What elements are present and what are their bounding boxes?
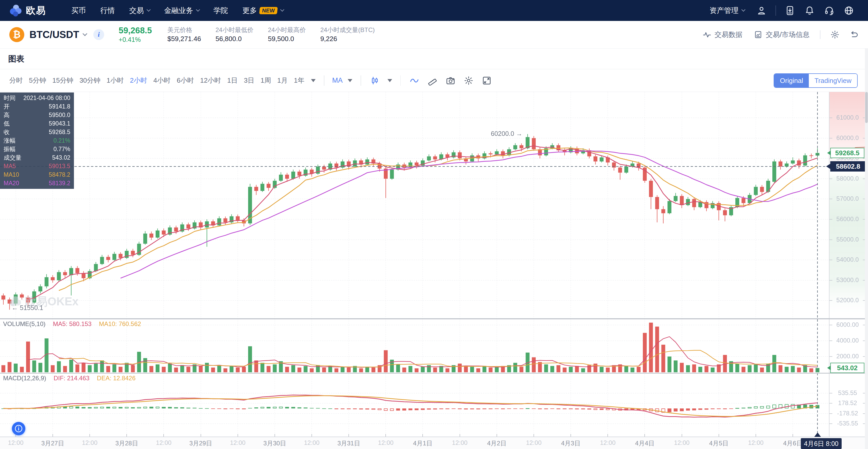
nav-item-更多[interactable]: 更多NEW — [243, 6, 283, 15]
macd-axis-label: 178.52 — [831, 399, 864, 407]
ruler-measure-icon[interactable] — [428, 76, 437, 86]
ohlc-row-高: 高59500.0 — [0, 111, 74, 119]
more-timeframes-caret-icon[interactable] — [311, 79, 316, 82]
ticker-bar: ₿ BTC/USDT i 59,268.5 +0.41% 美元价格$59,271… — [0, 21, 868, 49]
toggle-original[interactable]: Original — [774, 74, 809, 87]
timeframe-30分钟[interactable]: 30分钟 — [80, 76, 100, 85]
nav-item-学院[interactable]: 学院 — [214, 6, 228, 15]
support-headset-icon[interactable] — [824, 5, 834, 16]
price-axis-label: 54000.0 — [831, 256, 864, 263]
price-axis-label: 52000.0 — [831, 296, 864, 304]
time-axis-label: 3月28日 — [108, 439, 145, 447]
time-axis-label: 12:00 — [368, 439, 404, 446]
macd-dea-value: DEA: 12.8426 — [97, 375, 135, 382]
timeframe-12小时[interactable]: 12小时 — [200, 76, 221, 85]
ohlc-row-时间: 时间2021-04-06 08:00 — [0, 94, 74, 102]
ohlc-row-value: 59043.1 — [49, 119, 70, 128]
nav-item-label: 买币 — [71, 6, 86, 15]
timeframe-1月[interactable]: 1月 — [277, 76, 288, 85]
bell-icon[interactable] — [804, 5, 815, 16]
macd-axis-label: -535.55 — [831, 420, 864, 427]
fullscreen-expand-icon[interactable] — [482, 76, 492, 86]
ohlc-row-label: 收 — [4, 128, 9, 136]
pair-chevron-down-icon[interactable] — [83, 31, 87, 36]
reset-layout-icon[interactable] — [849, 30, 859, 39]
nav-item-label: 行情 — [100, 6, 115, 15]
ohlc-row-label: MA5 — [4, 162, 16, 170]
stat-value: 56,800.0 — [216, 34, 254, 43]
timeframe-4小时[interactable]: 4小时 — [153, 76, 170, 85]
volume-ma5-value: MA5: 580.153 — [53, 320, 92, 327]
time-axis-label: 4月1日 — [405, 439, 441, 447]
page-scrollbar[interactable] — [865, 49, 868, 449]
timeframe-1周[interactable]: 1周 — [260, 76, 271, 85]
stat-label: 24小时最低价 — [216, 26, 254, 34]
timeframe-1小时[interactable]: 1小时 — [106, 76, 124, 85]
help-button[interactable] — [12, 422, 25, 435]
trade-data-button[interactable]: 交易数据 — [703, 30, 742, 39]
candle-style-icon[interactable] — [370, 76, 380, 86]
market-info-button[interactable]: 交易/市场信息 — [754, 30, 810, 39]
time-axis-label: 12:00 — [590, 439, 626, 446]
ohlc-row-value: 0.77% — [54, 145, 70, 154]
ohlc-row-label: 成交量 — [4, 154, 22, 162]
pair-name[interactable]: BTC/USDT — [29, 29, 79, 40]
chart-area: 时间2021-04-06 08:00开59141.8高59500.0低59043… — [0, 92, 868, 449]
ticker-stat: 24小时成交量(BTC)9,226 — [320, 26, 375, 43]
ohlc-row-成交量: 成交量543.02 — [0, 154, 74, 162]
ohlc-row-低: 低59043.1 — [0, 119, 74, 128]
settings-gear-icon[interactable] — [830, 30, 840, 39]
chart-settings-gear-icon[interactable] — [464, 76, 473, 86]
ma-indicator-button[interactable]: MA — [332, 76, 343, 85]
time-axis[interactable]: 12:003月27日12:003月28日12:003月29日12:003月30日… — [0, 437, 868, 449]
nav-item-金融业务[interactable]: 金融业务 — [164, 6, 199, 15]
screenshot-camera-icon[interactable] — [446, 76, 456, 86]
candlestick-chart-canvas[interactable] — [0, 92, 868, 437]
price-axis-label: 58000.0 — [831, 175, 864, 182]
toggle-tradingview[interactable]: TradingView — [809, 74, 857, 87]
download-app-icon[interactable] — [785, 5, 795, 16]
ohlc-row-label: 高 — [4, 111, 9, 119]
ma-caret-icon[interactable] — [348, 79, 352, 82]
timeframe-2小时[interactable]: 2小时 — [130, 76, 147, 85]
timeframe-5分钟[interactable]: 5分钟 — [29, 76, 46, 85]
volume-axis-label: 4000.00 — [831, 337, 864, 344]
nav-item-交易[interactable]: 交易 — [129, 6, 150, 15]
wave-overlay-icon[interactable] — [409, 76, 419, 86]
user-icon[interactable] — [756, 5, 767, 16]
divider — [361, 75, 361, 86]
time-axis-label: 12:00 — [664, 439, 700, 446]
divider — [400, 75, 401, 86]
timeframe-6小时[interactable]: 6小时 — [177, 76, 194, 85]
nav-item-assets[interactable]: 资产管理 — [710, 6, 744, 15]
time-axis-label: 12:00 — [516, 439, 552, 446]
stat-label: 24小时最高价 — [268, 26, 306, 34]
time-axis-label: 4月2日 — [479, 439, 515, 447]
nav-item-买币[interactable]: 买币 — [71, 6, 86, 15]
low-price-annotation: ← 51550.1 — [12, 304, 43, 312]
stat-value: 9,226 — [320, 34, 375, 43]
scrollbar-thumb[interactable] — [865, 92, 868, 123]
volume-pane-header: VOLUME(5,10) MA5: 580.153 MA10: 760.562 — [3, 320, 147, 328]
ohlc-row-value: 58139.2 — [49, 179, 70, 188]
time-axis-label: 12:00 — [220, 439, 256, 446]
timeframe-1年[interactable]: 1年 — [294, 76, 304, 85]
timeframe-3日[interactable]: 3日 — [244, 76, 254, 85]
timeframe-1日[interactable]: 1日 — [227, 76, 238, 85]
nav-item-label: 金融业务 — [164, 6, 193, 15]
ohlc-row-value: 2021-04-06 08:00 — [23, 94, 70, 102]
ohlc-row-MA10: MA1058478.2 — [0, 170, 74, 179]
timeframe-15分钟[interactable]: 15分钟 — [52, 76, 73, 85]
time-axis-label: 4月5日 — [701, 439, 737, 447]
ticker-stat: 24小时最低价56,800.0 — [216, 26, 254, 43]
nav-item-行情[interactable]: 行情 — [100, 6, 115, 15]
okex-logo[interactable]: 欧易 — [9, 4, 46, 17]
globe-language-icon[interactable] — [844, 5, 854, 16]
candle-style-caret-icon[interactable] — [388, 79, 392, 82]
crosshair-time-arrow — [814, 432, 821, 437]
pair-info-icon[interactable]: i — [93, 29, 104, 40]
chart-section-header: 图表 — [0, 49, 868, 69]
price-axis-label: 53000.0 — [831, 277, 864, 284]
timeframe-分时[interactable]: 分时 — [9, 76, 23, 85]
volume-title: VOLUME(5,10) — [3, 320, 45, 327]
